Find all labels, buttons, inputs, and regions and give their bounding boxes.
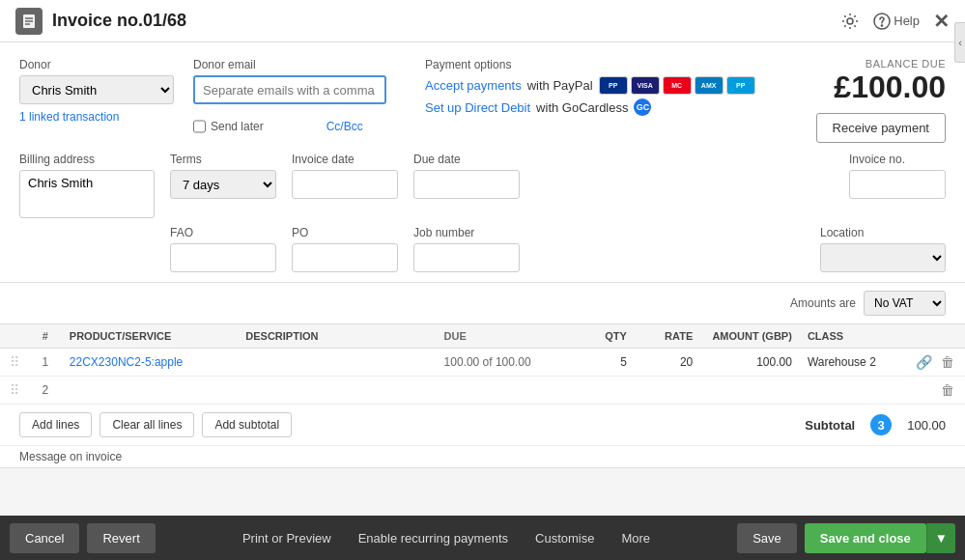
accept-payments-link[interactable]: Accept payments xyxy=(425,78,522,93)
terms-select[interactable]: 7 days 14 days 30 days 60 days Custom xyxy=(170,170,276,199)
table-row: ⠿ 1 22CX230NC2-5:apple 100.00 of 100.00 … xyxy=(0,349,965,377)
subtotal-area: Subtotal 3 100.00 xyxy=(805,414,946,435)
invoice-table: # PRODUCT/SERVICE DESCRIPTION DUE QTY RA… xyxy=(0,323,965,405)
po-input[interactable] xyxy=(292,243,398,272)
rate-cell-1[interactable] xyxy=(635,377,700,405)
bottom-center-buttons: Print or Preview Enable recurring paymen… xyxy=(233,523,660,553)
invoice-icon xyxy=(15,8,43,35)
save-close-dropdown-button[interactable]: ▼ xyxy=(926,523,955,553)
more-button[interactable]: More xyxy=(611,523,660,553)
donor-label: Donor xyxy=(19,58,174,71)
message-on-invoice-label: Message on invoice xyxy=(0,445,965,467)
enable-recurring-button[interactable]: Enable recurring payments xyxy=(349,523,518,553)
job-number-input[interactable] xyxy=(413,243,520,272)
top-bar-right: Help ✕ xyxy=(840,10,950,33)
delete-icon-1[interactable]: 🗑 xyxy=(938,382,957,398)
job-number-group: Job number xyxy=(413,226,520,272)
location-select[interactable]: Warehouse 1 Warehouse 2 xyxy=(820,243,946,272)
vat-select[interactable]: No VAT Inclusive Exclusive xyxy=(864,291,946,316)
amex-card-icon: AMX xyxy=(695,76,724,95)
close-button[interactable]: ✕ xyxy=(933,10,950,33)
save-button[interactable]: Save xyxy=(737,523,797,553)
settings-icon[interactable] xyxy=(840,12,860,31)
desc-cell-1[interactable] xyxy=(238,377,436,405)
paypal2-card-icon: PP xyxy=(726,76,755,95)
link-icon-0[interactable]: 🔗 xyxy=(913,354,935,370)
row-num-0: 1 xyxy=(29,349,62,377)
invoice-no-label: Invoice no. xyxy=(849,153,946,166)
sidebar-collapse-btn[interactable]: ‹ xyxy=(954,22,965,63)
col-rate-header: RATE xyxy=(635,324,700,349)
direct-debit-link[interactable]: Set up Direct Debit xyxy=(425,100,530,115)
row-actions-1: 🗑 xyxy=(899,377,966,405)
table-bottom: Add lines Clear all lines Add subtotal S… xyxy=(0,405,965,445)
rate-cell-0[interactable]: 20 xyxy=(635,349,700,377)
form-row1: Donor Chris Smith 1 linked transaction D… xyxy=(19,58,946,143)
donor-select[interactable]: Chris Smith xyxy=(19,75,174,104)
due-date-input[interactable]: 01/10/2019 xyxy=(413,170,520,199)
delete-icon-0[interactable]: 🗑 xyxy=(938,354,957,370)
col-num-header: # xyxy=(29,324,62,349)
direct-debit-row: Set up Direct Debit with GoCardless GC xyxy=(425,98,755,116)
add-subtotal-button[interactable]: Add subtotal xyxy=(202,412,292,437)
payment-options-label: Payment options xyxy=(425,58,755,71)
cc-bcc-link[interactable]: Cc/Bcc xyxy=(326,120,363,133)
customise-button[interactable]: Customise xyxy=(525,523,604,553)
send-later-row: Send later Cc/Bcc xyxy=(193,112,386,141)
po-label: PO xyxy=(292,226,398,239)
donor-group: Donor Chris Smith 1 linked transaction xyxy=(19,58,174,124)
revert-button[interactable]: Revert xyxy=(87,523,155,553)
donor-email-group: Donor email Send later Cc/Bcc xyxy=(193,58,386,141)
table-row: ⠿ 2 🗑 xyxy=(0,377,965,405)
billing-address-input[interactable]: Chris Smith xyxy=(19,170,155,218)
class-cell-1[interactable] xyxy=(800,377,899,405)
due-date-label: Due date xyxy=(413,153,520,166)
help-label: Help xyxy=(894,14,920,28)
cancel-button[interactable]: Cancel xyxy=(10,523,79,553)
fao-group: FAO xyxy=(170,226,276,272)
donor-email-input[interactable] xyxy=(193,75,386,104)
col-qty-header: QTY xyxy=(568,324,634,349)
gocardless-label: with GoCardless xyxy=(536,100,628,115)
qty-cell-1[interactable] xyxy=(568,377,634,405)
bottom-bar: Cancel Revert Print or Preview Enable re… xyxy=(0,516,965,560)
invoice-date-input[interactable]: 24/09/2019 xyxy=(292,170,398,199)
col-due-header: DUE xyxy=(437,324,569,349)
col-desc-header: DESCRIPTION xyxy=(238,324,436,349)
top-bar: Invoice no.01/68 Help ✕ xyxy=(0,0,965,42)
location-group: Location Warehouse 1 Warehouse 2 xyxy=(820,226,946,272)
add-lines-button[interactable]: Add lines xyxy=(19,412,92,437)
table-actions: Add lines Clear all lines Add subtotal xyxy=(19,412,292,437)
balance-due-group: BALANCE DUE £100.00 Receive payment xyxy=(816,58,946,143)
drag-handle-0[interactable]: ⠿ xyxy=(0,349,29,377)
payment-options-group: Payment options Accept payments with Pay… xyxy=(425,58,755,120)
accept-payments-row: Accept payments with PayPal PP VISA MC A… xyxy=(425,76,755,95)
qty-cell-0[interactable]: 5 xyxy=(568,349,634,377)
product-cell-1[interactable] xyxy=(62,377,238,405)
linked-transaction[interactable]: 1 linked transaction xyxy=(19,110,174,124)
receive-payment-button[interactable]: Receive payment xyxy=(816,113,946,143)
class-cell-0[interactable]: Warehouse 2 xyxy=(800,349,899,377)
subtotal-badge: 3 xyxy=(870,414,892,435)
job-number-label: Job number xyxy=(413,226,520,239)
drag-handle-1[interactable]: ⠿ xyxy=(0,377,29,405)
send-later-checkbox[interactable] xyxy=(193,112,206,141)
fao-input[interactable] xyxy=(170,243,276,272)
save-close-button[interactable]: Save and close xyxy=(805,523,926,553)
invoice-no-input[interactable]: 01/68 xyxy=(849,170,946,199)
due-cell-1 xyxy=(437,377,569,405)
balance-due-label: BALANCE DUE xyxy=(816,58,946,70)
amounts-row: Amounts are No VAT Inclusive Exclusive xyxy=(0,283,965,323)
print-preview-button[interactable]: Print or Preview xyxy=(233,523,341,553)
balance-due-amount: £100.00 xyxy=(816,70,946,105)
billing-address-group: Billing address Chris Smith xyxy=(19,153,155,218)
location-label: Location xyxy=(820,226,946,239)
col-amount-header: AMOUNT (GBP) xyxy=(700,324,800,349)
table-area: Amounts are No VAT Inclusive Exclusive #… xyxy=(0,283,965,468)
desc-cell-0[interactable] xyxy=(238,349,436,377)
clear-all-lines-button[interactable]: Clear all lines xyxy=(99,412,194,437)
col-product-header: PRODUCT/SERVICE xyxy=(62,324,238,349)
product-cell-0[interactable]: 22CX230NC2-5:apple xyxy=(62,349,238,377)
send-later-label: Send later xyxy=(211,120,264,133)
help-button[interactable]: Help xyxy=(873,13,920,30)
